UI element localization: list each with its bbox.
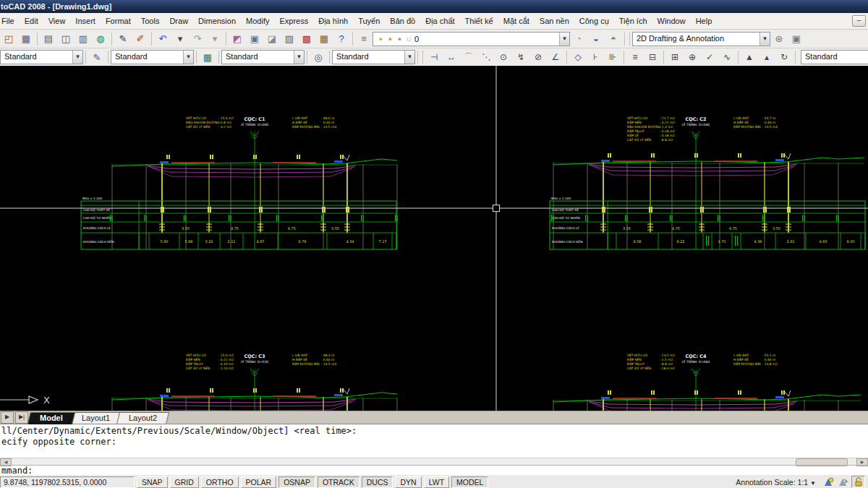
- toggle-dyn[interactable]: DYN: [395, 476, 421, 488]
- toggle-snap[interactable]: SNAP: [137, 476, 168, 488]
- command-window[interactable]: ll/Center/Dynamic/Extents/Previous/Scale…: [0, 424, 868, 475]
- baseline-dimension-icon[interactable]: ⊦: [587, 49, 603, 65]
- toggle-grid[interactable]: GRID: [170, 476, 199, 488]
- annotation-visibility-icon[interactable]: [822, 476, 835, 487]
- menu-insert[interactable]: Insert: [70, 14, 101, 29]
- menu-tuyến[interactable]: Tuyến: [353, 14, 385, 29]
- angular-dimension-icon[interactable]: ∠: [548, 49, 563, 65]
- menu-mặt-cắt[interactable]: Mặt cắt: [498, 14, 535, 29]
- tab-layout1[interactable]: Layout1: [69, 412, 122, 424]
- plot-icon[interactable]: ▤: [41, 31, 56, 47]
- continue-dimension-icon[interactable]: ⊪: [605, 49, 621, 65]
- match-properties-icon[interactable]: ✐: [132, 31, 148, 47]
- menu-draw[interactable]: Draw: [164, 14, 193, 29]
- diameter-dimension-icon[interactable]: ⊘: [530, 49, 546, 65]
- dimension-break-icon[interactable]: ⊟: [644, 49, 660, 65]
- style-combo-1[interactable]: Standard: [0, 50, 83, 64]
- menu-tools[interactable]: Tools: [136, 14, 165, 29]
- menu-san-nền[interactable]: San nền: [535, 14, 574, 29]
- annotation-scale-control[interactable]: Annotation Scale: 1:1 ▼: [736, 478, 816, 487]
- layer-color-swatch[interactable]: ■: [405, 35, 413, 43]
- menu-modify[interactable]: Modify: [241, 14, 274, 29]
- linear-dimension-icon[interactable]: ⊣: [426, 49, 442, 65]
- menu-công-cụ[interactable]: Công cụ: [574, 14, 614, 29]
- table-style-icon[interactable]: ▦: [200, 49, 216, 65]
- dim-style-combo[interactable]: Standard: [801, 50, 868, 64]
- open-icon[interactable]: ◰: [1, 31, 17, 47]
- minimize-window-button[interactable]: –: [852, 15, 866, 27]
- menu-file[interactable]: File: [0, 14, 20, 29]
- command-history[interactable]: ll/Center/Dynamic/Extents/Previous/Scale…: [0, 424, 868, 459]
- quickcalc-icon[interactable]: ▦: [316, 31, 332, 47]
- my-workspace-icon[interactable]: ▣: [788, 31, 804, 47]
- workspace-settings-icon[interactable]: ⊛: [771, 31, 787, 47]
- dimension-edit-icon[interactable]: ▲: [741, 49, 757, 65]
- toggle-ortho[interactable]: ORTHO: [201, 476, 239, 488]
- style-combo-3[interactable]: Standard: [221, 50, 305, 64]
- style-combo-2[interactable]: Standard: [111, 50, 194, 64]
- model-space-canvas[interactable]: CỌC: C1LÝ TRÌNH: 0+000VÉT HỮU CƠ: 25.4 m…: [0, 66, 868, 411]
- etransmit-icon[interactable]: ▨: [281, 31, 297, 47]
- layer-freeze-sun-icon[interactable]: ●: [386, 35, 394, 43]
- arc-length-icon[interactable]: ⌒: [461, 49, 477, 65]
- tab-nav-next-icon[interactable]: ▶: [1, 411, 14, 424]
- toolbar-lock-icon[interactable]: [851, 476, 865, 488]
- layer-combo[interactable]: ●●●■0: [373, 32, 570, 46]
- redo-list-icon[interactable]: ▾: [207, 31, 223, 47]
- menu-view[interactable]: View: [43, 14, 71, 29]
- dimension-inspect-icon[interactable]: ✓: [702, 49, 718, 65]
- menu-dimension[interactable]: Dimension: [193, 14, 241, 29]
- 3d-dwf-icon[interactable]: ◍: [93, 31, 109, 47]
- sketch-icon[interactable]: ✎: [115, 31, 131, 47]
- menu-bản-đồ[interactable]: Bản đồ: [385, 14, 420, 29]
- layer-previous-icon[interactable]: ◒: [588, 31, 604, 47]
- undo-list-icon[interactable]: ▾: [172, 31, 188, 47]
- toggle-lwt[interactable]: LWT: [424, 476, 449, 488]
- jogged-dimension-icon[interactable]: ↯: [513, 49, 529, 65]
- dimension-jogline-icon[interactable]: ∿: [719, 49, 735, 65]
- sheet-set-manager-icon[interactable]: ▣: [247, 31, 263, 47]
- tab-nav-end-icon[interactable]: ▶|: [15, 411, 28, 424]
- quick-dimension-icon[interactable]: ◇: [570, 49, 586, 65]
- workspaces-icon[interactable]: ◩: [229, 31, 245, 47]
- plot-preview-icon[interactable]: ◫: [58, 31, 74, 47]
- tab-model[interactable]: Model: [27, 412, 75, 424]
- menu-help[interactable]: Help: [691, 14, 718, 29]
- undo-icon[interactable]: ↶: [155, 31, 171, 47]
- plot-style-icon[interactable]: ▩: [299, 31, 315, 47]
- text-style-icon[interactable]: ◎: [310, 49, 326, 65]
- workspace-combo[interactable]: 2D Drafting & Annotation: [632, 32, 770, 46]
- toggle-otrack[interactable]: OTRACK: [318, 476, 359, 488]
- help-icon[interactable]: ?: [333, 31, 349, 47]
- markup-set-manager-icon[interactable]: ◪: [264, 31, 280, 47]
- layer-states-icon[interactable]: ◓: [605, 31, 621, 47]
- menu-edit[interactable]: Edit: [20, 14, 43, 29]
- style-combo-4[interactable]: Standard: [332, 50, 415, 64]
- make-object-layer-current-icon[interactable]: ◔: [571, 31, 587, 47]
- menu-express[interactable]: Express: [274, 14, 313, 29]
- save-icon[interactable]: ▦: [18, 31, 34, 47]
- menu-window[interactable]: Window: [652, 14, 691, 29]
- toggle-osnap[interactable]: OSNAP: [278, 476, 315, 488]
- menu-địa-hình[interactable]: Địa hình: [313, 14, 353, 29]
- menu-format[interactable]: Format: [101, 14, 136, 29]
- dimension-style-icon[interactable]: ✎: [89, 49, 105, 65]
- menu-địa-chất[interactable]: Địa chất: [420, 14, 459, 29]
- publish-icon[interactable]: ▥: [75, 31, 91, 47]
- radius-dimension-icon[interactable]: ⊙: [495, 49, 511, 65]
- ordinate-dimension-icon[interactable]: ⋱: [478, 49, 494, 65]
- autoscale-annotations-icon[interactable]: [837, 476, 849, 487]
- toggle-ducs[interactable]: DUCS: [362, 476, 393, 488]
- center-mark-icon[interactable]: ⊕: [684, 49, 700, 65]
- redo-icon[interactable]: ↷: [190, 31, 205, 47]
- tab-layout2[interactable]: Layout2: [116, 412, 169, 424]
- dimension-update-icon[interactable]: ↻: [776, 49, 792, 65]
- layer-lock-icon[interactable]: ●: [396, 35, 404, 43]
- menu-thiết-kế[interactable]: Thiết kế: [460, 14, 498, 29]
- dimension-text-edit-icon[interactable]: ▴: [759, 49, 775, 65]
- toggle-model[interactable]: MODEL: [451, 476, 488, 488]
- dimension-space-icon[interactable]: ≡: [627, 49, 643, 65]
- layer-properties-icon[interactable]: ≡: [356, 31, 372, 47]
- layer-on-bulb-icon[interactable]: ●: [377, 35, 385, 43]
- title-bar[interactable]: toCAD 2008 - [Drawing1.dwg]: [0, 0, 868, 13]
